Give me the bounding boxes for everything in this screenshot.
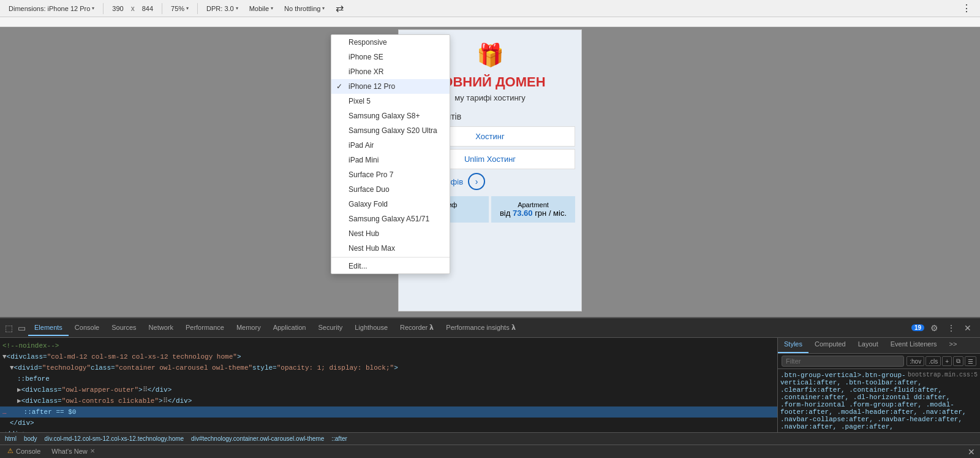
styles-filter-input[interactable] xyxy=(782,356,904,367)
dropdown-item-iphone-se[interactable]: iPhone SE xyxy=(331,50,450,64)
dimensions-selector[interactable]: Dimensions: iPhone 12 Pro ▾ xyxy=(5,4,98,13)
settings-button[interactable]: ⚙ xyxy=(928,322,941,334)
tab-performance-insights-𝝺[interactable]: Performance insights 𝝺 xyxy=(440,320,521,337)
devtools-tabs: ⬚ ▭ ElementsConsoleSourcesNetworkPerform… xyxy=(0,318,980,338)
dom-line-wrapper[interactable]: ▶ <div class="owl-wrapper-outer" > ⠿ </d… xyxy=(0,384,777,395)
close-whats-new-button[interactable]: ✕ xyxy=(90,448,95,454)
tariff-card-2: Apartment від 73.60 грн / міс. xyxy=(491,196,575,223)
breadcrumb-after[interactable]: ::after xyxy=(331,435,347,442)
dropdown-item-ipad-mini[interactable]: iPad Mini xyxy=(331,153,450,167)
dom-line-controls[interactable]: ▶ <div class="owl-controls clickable" > … xyxy=(0,395,777,406)
width-input[interactable]: 390 xyxy=(108,4,127,13)
dom-line-before[interactable]: ::before xyxy=(0,373,777,384)
zoom-selector[interactable]: 75% ▾ xyxy=(167,4,192,13)
tab-network[interactable]: Network xyxy=(143,320,179,336)
filter-copy-button[interactable]: ⧉ xyxy=(953,356,963,366)
breadcrumb-div1[interactable]: div.col-md-12.col-sm-12.col-xs-12.techno… xyxy=(45,435,184,442)
more-tabs-button[interactable]: ⋮ xyxy=(944,322,958,334)
gift-icon: 🎁 xyxy=(477,42,504,68)
chevron-down-icon: ▾ xyxy=(92,6,94,11)
tab-console[interactable]: Console xyxy=(69,320,105,336)
filter-cls-button[interactable]: .cls xyxy=(925,356,941,366)
styles-panel: Styles Computed Layout Event Listeners >… xyxy=(778,338,980,432)
dropdown-item-nest-hub-max[interactable]: Nest Hub Max xyxy=(331,241,450,256)
dom-line-comment: <!--noindex--> xyxy=(0,340,777,351)
breadcrumb-html[interactable]: html xyxy=(5,435,17,442)
dropdown-items: ResponsiveiPhone SEiPhone XRiPhone 12 Pr… xyxy=(331,35,450,256)
breadcrumb-div2[interactable]: div#technology.container.owl-carousel.ow… xyxy=(191,435,324,442)
device-mode-button[interactable]: ▭ xyxy=(15,322,28,334)
tab-more[interactable]: >> xyxy=(943,338,963,353)
dom-panel[interactable]: <!--noindex--> ▼ <div class="col-md-12 c… xyxy=(0,338,778,432)
filter-buttons: :hov .cls + ⧉ ☰ xyxy=(907,356,976,366)
dom-line-after[interactable]: … ::after == $0 xyxy=(0,406,777,418)
chevron-down-icon: ▾ xyxy=(186,6,189,11)
breadcrumb-body[interactable]: body xyxy=(24,435,37,442)
tab-recorder-𝝺[interactable]: Recorder 𝝺 xyxy=(394,320,440,337)
tariff-price: від 73.60 грн / міс. xyxy=(494,208,573,218)
inspect-element-button[interactable]: ⬚ xyxy=(2,322,15,334)
dropdown-item-samsung-galaxy-s20-ultra[interactable]: Samsung Galaxy S20 Ultra xyxy=(331,123,450,138)
tab-application[interactable]: Application xyxy=(267,320,312,336)
dropdown-item-surface-duo[interactable]: Surface Duo xyxy=(331,182,450,197)
preview-area: 🎁 ТОВНИЙ ДОМЕН му тарифі хостингу хостин… xyxy=(0,17,980,317)
dropdown-item-pixel-5[interactable]: Pixel 5 xyxy=(331,94,450,109)
styles-tabs: Styles Computed Layout Event Listeners >… xyxy=(778,338,980,354)
bottom-tabs: ⚠ Console What's New ✕ ✕ xyxy=(0,445,980,458)
dropdown-item-nest-hub[interactable]: Nest Hub xyxy=(331,226,450,241)
filter-hov-button[interactable]: :hov xyxy=(907,356,924,366)
dropdown-item-galaxy-fold[interactable]: Galaxy Fold xyxy=(331,197,450,212)
styles-filter: :hov .cls + ⧉ ☰ xyxy=(778,354,980,369)
style-rule-1: bootstrap.min.css:5 .btn-group-vertical>… xyxy=(780,372,978,430)
tab-elements[interactable]: Elements xyxy=(28,320,69,336)
dropdown-item-samsung-galaxy-a51/71[interactable]: Samsung Galaxy A51/71 xyxy=(331,212,450,226)
mode-selector[interactable]: Mobile ▾ xyxy=(246,4,277,13)
devtools-content: <!--noindex--> ▼ <div class="col-md-12 c… xyxy=(0,338,980,432)
tab-event-listeners[interactable]: Event Listeners xyxy=(884,338,943,353)
filter-toggle-button[interactable]: ☰ xyxy=(965,356,976,366)
devtools-tab-list: ElementsConsoleSourcesNetworkPerformance… xyxy=(28,320,522,336)
dom-arrow[interactable]: ▶ xyxy=(17,396,21,406)
devtools-toolbar: Dimensions: iPhone 12 Pro ▾ 390 x 844 75… xyxy=(0,0,980,17)
throttling-selector[interactable]: No throttling ▾ xyxy=(281,4,328,13)
more-options-button[interactable]: ⋮ xyxy=(958,1,975,15)
dom-arrow[interactable]: ▼ xyxy=(2,352,7,362)
dom-line-close1: </div> xyxy=(0,418,777,429)
dom-line-1[interactable]: ▼ <div class="col-md-12 col-sm-12 col-xs… xyxy=(0,351,777,362)
notification-badge: 19 xyxy=(911,324,924,331)
close-console-button[interactable]: ✕ xyxy=(965,446,978,458)
dropdown-item-iphone-xr[interactable]: iPhone XR xyxy=(331,64,450,79)
dropdown-item-samsung-galaxy-s8+[interactable]: Samsung Galaxy S8+ xyxy=(331,109,450,123)
tab-performance[interactable]: Performance xyxy=(179,320,230,336)
close-devtools-button[interactable]: ✕ xyxy=(962,322,974,334)
dropdown-item-responsive[interactable]: Responsive xyxy=(331,35,450,50)
tab-sources[interactable]: Sources xyxy=(105,320,142,336)
tab-layout[interactable]: Layout xyxy=(852,338,884,353)
tab-memory[interactable]: Memory xyxy=(230,320,267,336)
devtools-tab-right: 19 ⚙ ⋮ ✕ xyxy=(908,322,978,334)
dropdown-item-ipad-air[interactable]: iPad Air xyxy=(331,138,450,153)
style-source[interactable]: bootstrap.min.css:5 xyxy=(908,372,978,378)
ruler-top xyxy=(0,17,980,27)
chevron-down-icon: ▾ xyxy=(271,6,273,11)
dpr-selector[interactable]: DPR: 3.0 ▾ xyxy=(203,4,242,13)
dropdown-item-edit[interactable]: Edit... xyxy=(331,259,450,273)
dropdown-item-iphone-12-pro[interactable]: iPhone 12 Pro xyxy=(331,79,450,94)
rotate-button[interactable]: ⇄ xyxy=(332,1,347,15)
device-dropdown: ResponsiveiPhone SEiPhone XRiPhone 12 Pr… xyxy=(331,34,450,274)
dom-arrow[interactable]: ▶ xyxy=(17,385,21,395)
devtools-panel: ⬚ ▭ ElementsConsoleSourcesNetworkPerform… xyxy=(0,317,980,458)
dom-line-2[interactable]: ▼ <div id="technology" class="container … xyxy=(0,362,777,373)
height-input[interactable]: 844 xyxy=(138,4,157,13)
dom-arrow[interactable]: ▼ xyxy=(10,363,14,373)
dropdown-item-surface-pro-7[interactable]: Surface Pro 7 xyxy=(331,167,450,182)
tab-whats-new[interactable]: What's New ✕ xyxy=(47,446,99,458)
tab-lighthouse[interactable]: Lighthouse xyxy=(349,320,394,336)
tab-styles[interactable]: Styles xyxy=(778,338,809,353)
tab-computed[interactable]: Computed xyxy=(809,338,852,353)
main-area: 🎁 ТОВНИЙ ДОМЕН му тарифі хостингу хостин… xyxy=(0,17,980,458)
filter-add-button[interactable]: + xyxy=(942,356,952,366)
tab-security[interactable]: Security xyxy=(312,320,349,336)
tab-console[interactable]: ⚠ Console xyxy=(2,445,45,458)
separator2 xyxy=(162,3,162,14)
